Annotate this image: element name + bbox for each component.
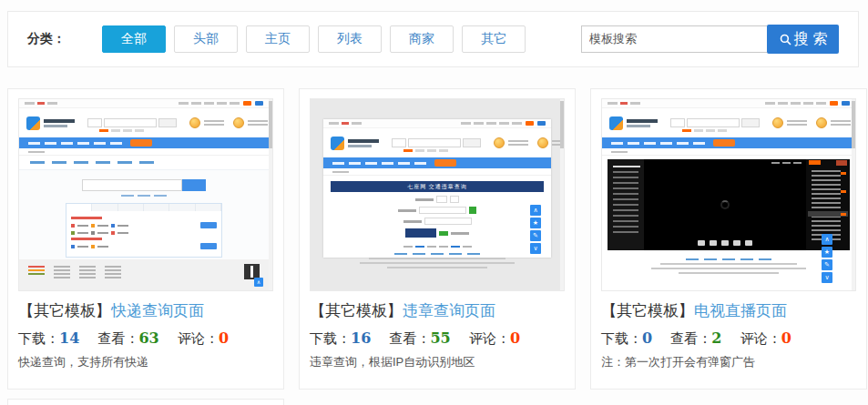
template-preview-thumbnail[interactable]: ∧ (18, 98, 273, 291)
comments-label: 评论： (469, 330, 510, 346)
loading-spinner-icon (720, 200, 730, 209)
preview-breadcrumb (323, 168, 551, 176)
template-description: 快递查询，支持所有快递 (18, 354, 273, 370)
chevron-up-icon: ∧ (530, 205, 541, 216)
template-title: 【其它模板】违章查询页面 (310, 300, 565, 321)
back-to-top-icon: ∧ (254, 278, 263, 287)
downloads-label: 下载： (601, 330, 642, 346)
comments-label: 评论： (740, 330, 781, 346)
preview-float-buttons: ∧ ★ ✎ ∨ (822, 234, 832, 283)
template-card: ∧ 【其它模板】快递查询页面 下载：14 查看：63 评论：0 快递查询，支持所… (7, 88, 284, 390)
preview-header (602, 108, 855, 137)
preview-scrollbar (560, 99, 564, 290)
template-card-partial (7, 399, 284, 405)
star-icon: ★ (822, 247, 832, 258)
coin-icon (189, 117, 200, 128)
downloads-count: 0 (642, 329, 652, 347)
pencil-icon: ✎ (530, 230, 541, 241)
template-preview-thumbnail[interactable]: ∧ ★ ✎ ∨ (601, 98, 856, 291)
template-card: 七座网 交通违章查询 ∧ ★ ✎ ∨ (299, 88, 576, 390)
preview-header (323, 128, 551, 157)
search-box: 搜索 (581, 25, 839, 54)
player-controls (698, 240, 752, 246)
preview-breadcrumb (19, 148, 269, 156)
preview-site-mock: ∧ (19, 99, 269, 290)
star-icon: ★ (530, 218, 541, 228)
coin-icon (816, 117, 827, 128)
category-button-list[interactable]: 列表 (318, 25, 382, 53)
downloads-label: 下载： (310, 330, 351, 346)
template-category-tag: 【其它模板】 (601, 302, 694, 319)
search-icon (780, 34, 791, 46)
template-stats: 下载：0 查看：2 评论：0 (601, 329, 856, 348)
views-count: 63 (138, 329, 158, 347)
search-button[interactable]: 搜索 (767, 25, 839, 54)
pencil-icon: ✎ (822, 259, 832, 270)
preview-navbar (19, 137, 269, 148)
category-button-all[interactable]: 全部 (102, 25, 166, 53)
chevron-down-icon: ∨ (530, 243, 541, 254)
preview-topbar (19, 99, 269, 108)
preview-tv-content (602, 99, 855, 290)
downloads-count: 16 (351, 329, 371, 347)
views-label: 查看： (97, 330, 138, 346)
category-button-merchant[interactable]: 商家 (390, 25, 454, 53)
preview-express-content: ∧ (19, 156, 269, 290)
downloads-count: 14 (59, 329, 79, 347)
preview-page-title: 七座网 交通违章查询 (331, 181, 544, 192)
template-title: 【其它模板】快递查询页面 (18, 300, 273, 321)
preview-breadcrumb (602, 148, 855, 156)
category-button-home[interactable]: 主页 (246, 25, 310, 53)
chevron-down-icon: ∨ (822, 272, 832, 283)
preview-navbar (602, 137, 855, 148)
template-description: 违章查询，根据IP自动识别地区 (310, 354, 565, 370)
category-button-other[interactable]: 其它 (462, 25, 526, 53)
comments-label: 评论： (178, 330, 219, 346)
category-button-header[interactable]: 头部 (174, 25, 238, 53)
template-category-tag: 【其它模板】 (310, 302, 403, 319)
template-description: 注：第一次打开会有弹窗广告 (601, 354, 856, 370)
chevron-up-icon: ∧ (822, 234, 832, 245)
coin-icon (494, 137, 505, 148)
comments-count: 0 (781, 329, 791, 347)
category-button-group: 全部 头部 主页 列表 商家 其它 (102, 25, 526, 53)
player-channel-list-left (608, 159, 644, 250)
preview-violation-content: 七座网 交通违章查询 (311, 99, 564, 290)
preview-navbar (323, 157, 551, 168)
views-count: 55 (430, 329, 450, 347)
filter-bar: 分类： 全部 头部 主页 列表 商家 其它 搜索 (7, 11, 859, 67)
template-title-link[interactable]: 违章查询页面 (403, 302, 495, 319)
search-button-label: 搜索 (794, 30, 832, 49)
player-video-area (644, 159, 806, 250)
preview-header (19, 108, 269, 137)
search-input[interactable] (581, 25, 767, 53)
preview-scrollbar (269, 99, 272, 290)
coin-icon (772, 117, 783, 128)
preview-scrollbar (852, 99, 855, 290)
template-preview-thumbnail[interactable]: 七座网 交通违章查询 ∧ ★ ✎ ∨ (310, 98, 565, 291)
template-title-link[interactable]: 快递查询页面 (111, 302, 204, 319)
template-card: ∧ ★ ✎ ∨ 【其它模板】电视直播页面 下载：0 查看：2 评论：0 注：第一… (590, 88, 867, 390)
preview-float-buttons: ∧ ★ ✎ ∨ (530, 205, 541, 254)
comments-count: 0 (219, 329, 229, 347)
template-title-link[interactable]: 电视直播页面 (694, 302, 787, 319)
preview-video-player (608, 159, 850, 250)
downloads-label: 下载： (18, 330, 59, 346)
views-label: 查看： (389, 330, 430, 346)
views-label: 查看： (670, 330, 711, 346)
views-count: 2 (711, 329, 721, 347)
template-card-list: ∧ 【其它模板】快递查询页面 下载：14 查看：63 评论：0 快递查询，支持所… (7, 88, 867, 390)
template-title: 【其它模板】电视直播页面 (601, 300, 856, 321)
comments-count: 0 (510, 329, 520, 347)
category-filter-label: 分类： (27, 31, 66, 47)
coin-icon (233, 117, 244, 128)
template-stats: 下载：16 查看：55 评论：0 (310, 329, 565, 348)
coin-icon (537, 137, 548, 148)
preview-logo (331, 137, 344, 150)
preview-topbar (323, 119, 551, 128)
preview-logo (609, 116, 623, 130)
preview-topbar (602, 99, 855, 108)
template-stats: 下载：14 查看：63 评论：0 (18, 329, 273, 348)
preview-logo (26, 116, 40, 130)
template-category-tag: 【其它模板】 (18, 302, 111, 319)
